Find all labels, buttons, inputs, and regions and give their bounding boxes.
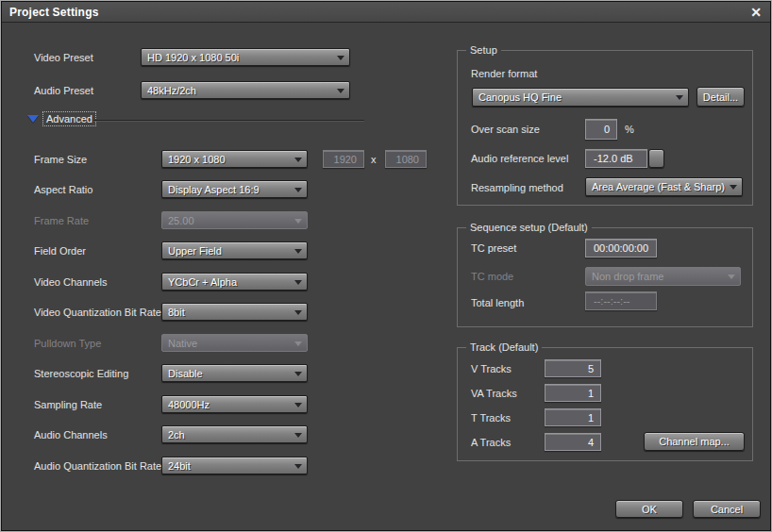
stereoscopic-select[interactable]: Disable bbox=[161, 364, 308, 382]
sampling-rate-label: Sampling Rate bbox=[34, 399, 102, 410]
cancel-button[interactable]: Cancel bbox=[693, 500, 761, 518]
frame-size-value: 1920 x 1080 bbox=[168, 154, 226, 165]
channel-map-button[interactable]: Channel map... bbox=[644, 432, 745, 451]
track-group: Track (Default) V Tracks 5 VA Tracks 1 T… bbox=[457, 347, 753, 461]
chevron-down-icon bbox=[676, 95, 683, 100]
render-format-value: Canopus HQ Fine bbox=[478, 91, 562, 103]
chevron-down-icon bbox=[294, 280, 302, 285]
a-tracks-label: A Tracks bbox=[471, 437, 511, 448]
va-tracks-label: VA Tracks bbox=[471, 388, 517, 399]
pulldown-type-label: Pulldown Type bbox=[34, 338, 101, 349]
advanced-toggle[interactable]: Advanced bbox=[42, 111, 96, 126]
aspect-ratio-select[interactable]: Display Aspect 16:9 bbox=[161, 180, 308, 198]
render-format-select[interactable]: Canopus HQ Fine bbox=[472, 88, 689, 107]
v-tracks-label: V Tracks bbox=[471, 363, 512, 374]
collapse-triangle-icon[interactable] bbox=[27, 115, 39, 123]
audio-preset-label: Audio Preset bbox=[34, 85, 93, 96]
pulldown-type-value: Native bbox=[168, 338, 197, 349]
frame-width-value: 1920 bbox=[334, 154, 357, 165]
a-tracks-value: 4 bbox=[588, 437, 594, 448]
frame-size-label: Frame Size bbox=[34, 154, 87, 165]
audio-ref-value: -12.0 dB bbox=[594, 153, 633, 164]
video-preset-select[interactable]: HD 1920 x 1080 50i bbox=[141, 48, 350, 66]
overscan-input[interactable]: 0 bbox=[585, 119, 617, 140]
video-channels-value: YCbCr + Alpha bbox=[168, 276, 237, 288]
audio-ref-label: Audio reference level bbox=[471, 153, 568, 164]
total-length-label: Total length bbox=[471, 297, 524, 308]
chevron-down-icon bbox=[294, 341, 302, 346]
chevron-down-icon bbox=[294, 403, 302, 407]
detail-button[interactable]: Detail... bbox=[696, 87, 745, 107]
sampling-rate-value: 48000Hz bbox=[168, 399, 210, 410]
t-tracks-input[interactable]: 1 bbox=[545, 408, 601, 426]
resampling-select[interactable]: Area Average (Fast & Sharp) bbox=[585, 177, 743, 196]
video-quantization-select[interactable]: 8bit bbox=[161, 303, 308, 321]
audio-ref-dropdown-button[interactable] bbox=[648, 149, 664, 168]
frame-rate-select: 25.00 bbox=[161, 211, 308, 229]
tc-preset-value: 00:00:00:00 bbox=[594, 242, 648, 254]
setup-group-title: Setup bbox=[466, 44, 501, 56]
video-quantization-label: Video Quantization Bit Rate bbox=[34, 307, 161, 318]
frame-rate-label: Frame Rate bbox=[34, 215, 89, 226]
field-order-label: Field Order bbox=[34, 245, 86, 257]
advanced-divider bbox=[93, 120, 364, 121]
video-preset-value: HD 1920 x 1080 50i bbox=[147, 52, 239, 63]
chevron-down-icon bbox=[294, 464, 302, 469]
chevron-down-icon bbox=[294, 310, 302, 315]
tc-mode-value: Non drop frame bbox=[592, 271, 663, 282]
pulldown-type-select: Native bbox=[161, 334, 308, 352]
tc-mode-label: TC mode bbox=[471, 271, 513, 282]
frame-rate-value: 25.00 bbox=[168, 215, 194, 226]
frame-height-value: 1080 bbox=[396, 154, 419, 165]
frame-width-field: 1920 bbox=[323, 150, 364, 168]
video-channels-select[interactable]: YCbCr + Alpha bbox=[161, 273, 308, 291]
chevron-down-icon bbox=[294, 219, 302, 224]
field-order-select[interactable]: Upper Field bbox=[161, 241, 308, 259]
audio-preset-select[interactable]: 48kHz/2ch bbox=[141, 81, 350, 99]
v-tracks-input[interactable]: 5 bbox=[545, 359, 601, 377]
aspect-ratio-value: Display Aspect 16:9 bbox=[168, 184, 260, 195]
chevron-down-icon bbox=[294, 249, 302, 254]
t-tracks-label: T Tracks bbox=[471, 412, 511, 424]
track-group-title: Track (Default) bbox=[466, 341, 542, 353]
stereoscopic-value: Disable bbox=[168, 368, 203, 379]
tc-preset-input[interactable]: 00:00:00:00 bbox=[585, 239, 657, 258]
audio-channels-label: Audio Channels bbox=[34, 429, 108, 441]
audio-ref-input[interactable]: -12.0 dB bbox=[585, 149, 647, 168]
chevron-down-icon bbox=[294, 433, 302, 438]
close-icon[interactable]: ✕ bbox=[750, 5, 762, 20]
audio-channels-value: 2ch bbox=[168, 429, 185, 441]
chevron-down-icon bbox=[294, 158, 302, 162]
va-tracks-input[interactable]: 1 bbox=[545, 384, 601, 402]
setup-group: Setup Render format Canopus HQ Fine Deta… bbox=[457, 50, 753, 206]
chevron-down-icon bbox=[294, 372, 302, 376]
audio-channels-select[interactable]: 2ch bbox=[161, 425, 308, 443]
total-length-field: --:--:--:-- bbox=[585, 291, 657, 310]
a-tracks-input[interactable]: 4 bbox=[545, 433, 601, 451]
audio-quantization-value: 24bit bbox=[168, 460, 191, 472]
render-format-label: Render format bbox=[471, 68, 537, 79]
tc-preset-label: TC preset bbox=[471, 242, 516, 254]
chevron-down-icon bbox=[337, 89, 344, 93]
chevron-down-icon bbox=[337, 56, 344, 60]
va-tracks-value: 1 bbox=[588, 388, 594, 399]
aspect-ratio-label: Aspect Ratio bbox=[34, 184, 92, 195]
sequence-group-title: Sequence setup (Default) bbox=[466, 222, 592, 233]
chevron-down-icon bbox=[294, 188, 302, 192]
ok-button[interactable]: OK bbox=[615, 500, 683, 518]
resampling-value: Area Average (Fast & Sharp) bbox=[592, 181, 725, 192]
audio-quantization-select[interactable]: 24bit bbox=[161, 457, 308, 474]
audio-preset-value: 48kHz/2ch bbox=[147, 85, 196, 96]
field-order-value: Upper Field bbox=[168, 245, 222, 257]
sequence-setup-group: Sequence setup (Default) TC preset 00:00… bbox=[457, 227, 753, 327]
video-channels-label: Video Channels bbox=[34, 276, 107, 288]
sampling-rate-select[interactable]: 48000Hz bbox=[161, 395, 308, 413]
frame-height-field: 1080 bbox=[385, 150, 427, 168]
frame-size-select[interactable]: 1920 x 1080 bbox=[161, 150, 308, 168]
v-tracks-value: 5 bbox=[588, 363, 594, 374]
overscan-label: Over scan size bbox=[471, 124, 540, 135]
chevron-down-icon bbox=[730, 185, 737, 190]
audio-quantization-label: Audio Quantization Bit Rate bbox=[34, 460, 161, 472]
stereoscopic-label: Stereoscopic Editing bbox=[34, 368, 128, 379]
frame-size-separator: x bbox=[371, 154, 377, 165]
